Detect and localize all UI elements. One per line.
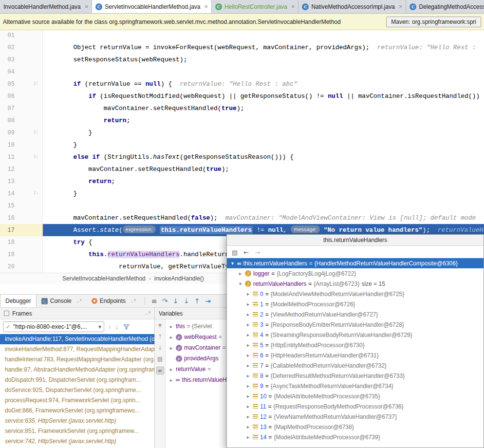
- chevron-right-icon[interactable]: ▸: [238, 271, 243, 276]
- chevron-right-icon[interactable]: ▸: [245, 363, 251, 368]
- chevron-right-icon[interactable]: ▸: [168, 335, 174, 340]
- chevron-right-icon[interactable]: ▸: [245, 414, 251, 419]
- editor-tab[interactable]: InvocableHandlerMethod.java×: [0, 0, 92, 13]
- variable-tree-row[interactable]: ▾freturnValueHandlers = {ArrayList@6723}…: [227, 279, 484, 289]
- float-pin-icon[interactable]: →*: [144, 311, 150, 316]
- code-line[interactable]: 14⚐ }: [0, 187, 484, 200]
- filter-icon[interactable]: [123, 324, 130, 330]
- step-into-icon[interactable]: ↓: [170, 297, 181, 305]
- chevron-down-icon[interactable]: ▾: [230, 261, 235, 266]
- gutter[interactable]: 13: [0, 175, 43, 187]
- chevron-right-icon[interactable]: ▸: [245, 424, 251, 429]
- forward-icon[interactable]: →: [255, 249, 260, 256]
- chevron-down-icon[interactable]: ▾: [238, 281, 243, 286]
- chevron-right-icon[interactable]: ▸: [245, 342, 251, 348]
- previous-frame-icon[interactable]: ↑: [108, 323, 112, 331]
- close-icon[interactable]: ×: [85, 3, 89, 10]
- variable-tree-row[interactable]: ▸8 = {DeferredResultMethodReturnValueHan…: [227, 371, 484, 381]
- frame-row[interactable]: invokeHandlerMethod:877, RequestMappingH…: [0, 344, 154, 355]
- step-out-icon[interactable]: ↑: [192, 297, 203, 305]
- frame-row[interactable]: doDispatch:991, DispatcherServlet (org.s…: [0, 375, 154, 385]
- gutter[interactable]: 18: [0, 236, 43, 248]
- variable-tree-row[interactable]: ▸2 = {ViewMethodReturnValueHandler@6727}: [227, 309, 484, 319]
- variable-tree-row[interactable]: ▸0 = {ModelAndViewMethodReturnValueHandl…: [227, 289, 484, 299]
- code-line[interactable]: 12 mavContainer.setRequestHandled(true);: [0, 163, 484, 175]
- layout-icon[interactable]: ≡: [149, 297, 160, 305]
- gutter[interactable]: 20: [0, 261, 43, 273]
- code-line[interactable]: 07 mavContainer.setRequestHandled(true);: [0, 102, 484, 114]
- chevron-right-icon[interactable]: ▸: [245, 312, 251, 317]
- code-line[interactable]: 11⚐ else if (StringUtils.hasText(getResp…: [0, 151, 484, 163]
- variable-tree-row[interactable]: ▸9 = {AsyncTaskMethodReturnValueHandler@…: [227, 381, 484, 391]
- gutter[interactable]: 06: [0, 90, 43, 102]
- variable-tree-row[interactable]: ▸12 = {ViewNameMethodReturnValueHandler@…: [227, 411, 484, 422]
- editor-tab[interactable]: CServletInvocableHandlerMethod.java×: [92, 0, 212, 13]
- chevron-right-icon[interactable]: ▸: [245, 332, 251, 337]
- breadcrumb-method[interactable]: invokeAndHandle(): [154, 275, 204, 282]
- tool-tab-debugger[interactable]: Debugger: [0, 295, 37, 307]
- force-step-into-icon[interactable]: ⇣: [181, 297, 192, 305]
- variable-tree-row[interactable]: ▸13 = {MapMethodProcessor@6738}: [227, 422, 484, 432]
- back-icon[interactable]: ←: [243, 249, 249, 256]
- step-over-icon[interactable]: ↷: [160, 297, 170, 305]
- up-icon[interactable]: ↑: [157, 333, 162, 340]
- chevron-right-icon[interactable]: ▸: [245, 301, 251, 307]
- variable-tree-row[interactable]: ▸flogger = {LogFactory$Log4jLog@6722}: [227, 268, 484, 279]
- chevron-right-icon[interactable]: ▸: [168, 324, 174, 329]
- gutter[interactable]: 10: [0, 139, 43, 151]
- down-icon[interactable]: ↓: [157, 344, 162, 351]
- code-line[interactable]: 10 }: [0, 139, 484, 151]
- close-icon[interactable]: ×: [399, 3, 403, 10]
- gutter[interactable]: 11⚐: [0, 151, 43, 163]
- code-line[interactable]: 15: [0, 200, 484, 212]
- variable-tree-row[interactable]: ▸7 = {CallableMethodReturnValueHandler@6…: [227, 360, 484, 371]
- variable-tree-row[interactable]: ▸11 = {RequestResponseBodyMethodProcesso…: [227, 401, 484, 411]
- view-as-icon[interactable]: ▤: [232, 249, 238, 256]
- chevron-right-icon[interactable]: ▸: [168, 377, 174, 383]
- chevron-right-icon[interactable]: ▸: [245, 322, 251, 327]
- chevron-right-icon[interactable]: ▸: [168, 367, 174, 372]
- chevron-right-icon[interactable]: ▸: [245, 434, 251, 440]
- variable-tree-row[interactable]: ▸4 = {StreamingResponseBodyReturnValueHa…: [227, 330, 484, 340]
- chevron-right-icon[interactable]: ▸: [168, 345, 174, 351]
- code-line[interactable]: 13 return;: [0, 175, 484, 187]
- gutter[interactable]: 01: [0, 30, 43, 41]
- code-line[interactable]: 06 if (isRequestNotModified(webRequest) …: [0, 90, 484, 102]
- gutter[interactable]: 04: [0, 66, 43, 78]
- variable-tree-row[interactable]: ▸5 = {HttpEntityMethodProcessor@6730}: [227, 340, 484, 350]
- gutter[interactable]: 02: [0, 41, 43, 54]
- thread-selector[interactable]: ✓ "http-nio-8080-exec-1"@6,... ▾: [3, 321, 104, 332]
- tool-tab-endpoints[interactable]: Endpoints→*: [87, 295, 141, 307]
- banner-source-selector[interactable]: Maven: org.springframework:spri: [386, 17, 481, 27]
- frame-row[interactable]: service:742, HttpServlet (javax.servlet.…: [0, 436, 154, 447]
- frame-row[interactable]: doGet:866, FrameworkServlet (org.springf…: [0, 406, 154, 416]
- variable-tree-row[interactable]: ▸3 = {ResponseBodyEmitterReturnValueHand…: [227, 319, 484, 330]
- variable-tree-row[interactable]: ▸6 = {HttpHeadersReturnValueHandler@6731…: [227, 350, 484, 360]
- code-line[interactable]: 05⚐ if (returnValue == null) { returnVal…: [0, 78, 484, 90]
- variable-tree-row[interactable]: ▾∞this.returnValueHandlers = {HandlerMet…: [227, 258, 484, 268]
- frame-row[interactable]: processRequest:974, FrameworkServlet (or…: [0, 395, 154, 406]
- variable-tree-row[interactable]: ▸14 = {ModelAttributeMethodProcessor@673…: [227, 432, 484, 442]
- code-line[interactable]: 04: [0, 66, 484, 78]
- tool-tab-console[interactable]: ›_Console→*: [37, 295, 87, 307]
- show-watches-icon[interactable]: ∞: [156, 367, 164, 374]
- gutter[interactable]: 05⚐: [0, 78, 43, 90]
- chevron-right-icon[interactable]: ▸: [245, 373, 251, 378]
- code-line[interactable]: 08 return;: [0, 114, 484, 127]
- editor-tab[interactable]: CDelegatingMethodAccessorImpl.java×: [406, 0, 484, 13]
- frame-row[interactable]: service:851, FrameworkServlet (org.sprin…: [0, 426, 154, 436]
- add-icon[interactable]: +: [157, 322, 162, 329]
- frame-row[interactable]: invokeAndHandle:117, ServletInvocableHan…: [0, 334, 154, 344]
- gutter[interactable]: 15: [0, 200, 43, 212]
- chevron-right-icon[interactable]: ▸: [245, 353, 251, 358]
- chevron-right-icon[interactable]: ▸: [245, 383, 251, 389]
- chevron-down-icon[interactable]: ▾: [98, 323, 101, 330]
- breadcrumb-class[interactable]: ServletInvocableHandlerMethod: [62, 275, 146, 282]
- editor-tab[interactable]: CNativeMethodAccessorImpl.java×: [298, 0, 406, 13]
- code-line[interactable]: 16 mavContainer.setRequestHandled(false)…: [0, 212, 484, 224]
- code-line[interactable]: 02 Object returnValue = invokeForRequest…: [0, 41, 484, 54]
- gutter[interactable]: 03: [0, 54, 43, 66]
- code-line[interactable]: 09⚐ }: [0, 127, 484, 139]
- chevron-right-icon[interactable]: ▸: [245, 291, 251, 297]
- close-icon[interactable]: ×: [291, 3, 295, 10]
